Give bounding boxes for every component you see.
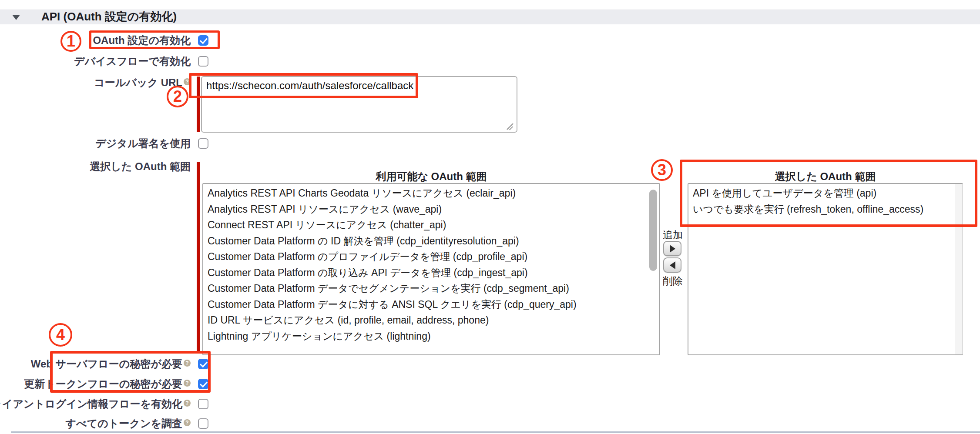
device-flow-checkbox[interactable] [198,56,208,67]
scope-option[interactable]: Customer Data Platform の取り込み API データを管理 … [203,265,659,281]
scope-option[interactable]: Customer Data Platform データでセグメンテーションを実行 … [203,280,659,297]
help-icon[interactable]: ? [184,400,191,407]
callback-url-label: コールバック URL ? [0,77,191,88]
textarea-resize-handle[interactable] [505,123,513,130]
remove-label: 削除 [661,275,685,287]
device-flow-label: デバイスフローで有効化 [0,56,191,67]
scope-option[interactable]: Customer Data Platform のプロファイルデータを管理 (cd… [203,249,659,265]
annotation-box-2 [189,73,418,98]
annotation-circle-3: 3 [651,159,673,181]
add-label: 追加 [661,229,685,240]
annotation-circle-4: 4 [49,323,72,347]
section-title: API (OAuth 設定の有効化) [41,10,177,24]
remove-scope-button[interactable] [663,257,681,273]
annotation-box-1 [89,30,220,49]
introspect-all-tokens-label: すべてのトークンを調査 ? [0,418,191,429]
scope-option[interactable]: Customer Data Platform データに対する ANSI SQL … [203,297,659,313]
scope-option[interactable]: Analytics REST API リソースにアクセス (wave_api) [203,201,659,217]
available-scopes-header: 利用可能な OAuth 範囲 [202,170,660,181]
scope-option[interactable]: Customer Data Platform の ID 解決を管理 (cdp_i… [203,233,659,249]
scrollbar-thumb[interactable] [649,190,657,271]
digital-signature-checkbox[interactable] [198,138,208,149]
collapse-triangle-icon[interactable] [12,15,20,20]
scope-option[interactable]: ID URL サービスにアクセス (id, profile, email, ad… [203,312,659,328]
annotation-box-4 [50,351,211,393]
scope-option[interactable]: Analytics REST API Charts Geodata リソースにア… [203,184,659,201]
client-credentials-flow-label: クライアントログイン情報フローを有効化 ? [0,398,191,410]
annotation-circle-2: 2 [167,86,188,107]
arrow-right-icon [670,245,675,253]
digital-signature-label: デジタル署名を使用 [0,138,191,149]
annotation-box-3 [680,160,977,227]
client-credentials-flow-checkbox[interactable] [198,399,208,409]
scope-option[interactable]: Connect REST API リソースにアクセス (chatter_api) [203,217,659,233]
add-scope-button[interactable] [663,241,681,256]
selected-oauth-scopes-row-label: 選択した OAuth 範囲 [0,161,191,172]
arrow-left-icon [670,261,675,269]
scope-option[interactable]: Lightning アプリケーションにアクセス (lightning) [203,328,659,344]
section-divider [11,431,980,433]
help-icon[interactable]: ? [184,419,191,426]
available-scopes-listbox[interactable]: Analytics REST API Charts Geodata リソースにア… [202,183,660,355]
annotation-circle-1: 1 [60,31,81,52]
introspect-all-tokens-checkbox[interactable] [198,418,208,429]
required-field-bar [197,162,200,353]
